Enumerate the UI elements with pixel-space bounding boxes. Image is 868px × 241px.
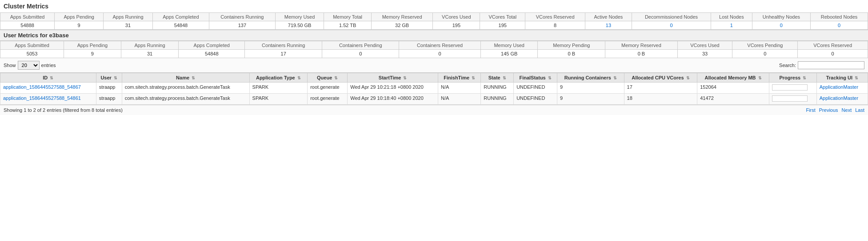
progress-bar	[772, 84, 808, 91]
user-metric-value: 33	[677, 50, 732, 58]
user-metric-value: 0 B	[605, 50, 677, 58]
user-metric-value: 17	[245, 50, 322, 58]
cell-queue: root.generate	[308, 83, 348, 94]
page-container: Cluster Metrics Apps SubmittedApps Pendi…	[0, 0, 868, 241]
cell-final_status: UNDEFINED	[514, 94, 557, 105]
first-page-link[interactable]: First	[806, 107, 815, 113]
cluster-metric-header: Memory Used	[275, 13, 324, 21]
sort-icon: ⇅	[192, 76, 195, 80]
link-id[interactable]: application_1586445527588_54861	[3, 95, 81, 101]
cluster-metric-header: Apps Completed	[152, 13, 209, 21]
col-header-allocated_cpu[interactable]: Allocated CPU VCores ⇅	[624, 73, 697, 83]
user-metric-header: Containers Running	[245, 41, 322, 50]
link-tracking_ui[interactable]: ApplicationMaster	[820, 95, 858, 101]
cell-progress	[769, 94, 816, 105]
col-header-final_status[interactable]: FinalStatus ⇅	[514, 73, 557, 83]
user-metric-value: 5053	[0, 50, 64, 58]
col-header-running_containers[interactable]: Running Containers ⇅	[557, 73, 624, 83]
cluster-metric-header: Apps Running	[104, 13, 153, 21]
cell-running_containers: 9	[557, 94, 624, 105]
applications-table: ID ⇅User ⇅Name ⇅Application Type ⇅Queue …	[0, 73, 868, 105]
cluster-metric-value: 0	[752, 21, 810, 30]
user-metric-header: VCores Used	[677, 41, 732, 50]
user-metric-value: 0 B	[538, 50, 605, 58]
sort-icon: ⇅	[686, 76, 690, 80]
cell-name: com.sitech.strategy.process.batch.Genera…	[122, 83, 249, 94]
show-label: Show	[4, 63, 16, 68]
user-metric-value: 0	[399, 50, 481, 58]
user-metric-header: Memory Pending	[538, 41, 605, 50]
next-page-link[interactable]: Next	[842, 107, 852, 113]
cell-running_containers: 9	[557, 83, 624, 94]
search-input[interactable]	[798, 61, 864, 69]
cluster-metric-value: 137	[209, 21, 276, 30]
cluster-metric-value: 13	[585, 21, 632, 30]
user-metric-header: VCores Reserved	[798, 41, 868, 50]
col-header-tracking_ui[interactable]: Tracking UI ⇅	[816, 73, 868, 83]
showing-text: Showing 1 to 2 of 2 entries (filtered fr…	[4, 107, 123, 113]
col-header-start_time[interactable]: StartTime ⇅	[348, 73, 438, 83]
col-header-application_type[interactable]: Application Type ⇅	[249, 73, 308, 83]
sort-icon: ⇅	[334, 76, 338, 80]
col-header-state[interactable]: State ⇅	[481, 73, 514, 83]
col-header-allocated_memory[interactable]: Allocated Memory MB ⇅	[697, 73, 769, 83]
user-metrics-table: Apps SubmittedApps PendingApps RunningAp…	[0, 41, 868, 58]
entries-select[interactable]: 102050100	[18, 61, 40, 70]
cluster-metric-value: 0	[632, 21, 711, 30]
previous-page-link[interactable]: Previous	[819, 107, 838, 113]
cluster-metric-value: 195	[433, 21, 480, 30]
search-label: Search:	[779, 63, 796, 68]
cluster-metric-header: Apps Submitted	[0, 13, 55, 21]
user-metric-value: 0	[322, 50, 399, 58]
cluster-metric-header: Unhealthy Nodes	[752, 13, 810, 21]
cluster-metric-header: Decommissioned Nodes	[632, 13, 711, 21]
user-metric-header: Apps Submitted	[0, 41, 64, 50]
cluster-metric-value: 54848	[152, 21, 209, 30]
cluster-metric-header: Apps Pending	[55, 13, 104, 21]
link-id[interactable]: application_1586445527588_54867	[3, 84, 81, 90]
cluster-metric-value: 32 GB	[371, 21, 433, 30]
user-metric-header: Apps Completed	[179, 41, 245, 50]
cluster-metric-value: 0	[811, 21, 868, 30]
user-metric-value: 145 GB	[480, 50, 538, 58]
cell-state: RUNNING	[481, 94, 514, 105]
cell-allocated_memory: 41472	[697, 94, 769, 105]
table-row: application_1586445527588_54867straappco…	[0, 83, 868, 94]
cell-id: application_1586445527588_54867	[0, 83, 96, 94]
sort-icon: ⇅	[297, 76, 301, 80]
cell-application_type: SPARK	[249, 83, 308, 94]
cell-start_time: Wed Apr 29 10:18:40 +0800 2020	[348, 94, 438, 105]
sort-icon: ⇅	[548, 76, 552, 80]
sort-icon: ⇅	[503, 76, 506, 80]
cluster-metric-header: VCores Total	[480, 13, 525, 21]
footer-bar: Showing 1 to 2 of 2 entries (filtered fr…	[0, 105, 868, 115]
progress-bar	[772, 95, 808, 102]
user-metric-header: Apps Pending	[64, 41, 121, 50]
cell-state: RUNNING	[481, 83, 514, 94]
cluster-metric-value: 1	[711, 21, 752, 30]
last-page-link[interactable]: Last	[855, 107, 864, 113]
cluster-metric-value: 8	[525, 21, 585, 30]
cluster-metric-header: VCores Reserved	[525, 13, 585, 21]
col-header-finish_time[interactable]: FinishTime ⇅	[438, 73, 481, 83]
table-row: application_1586445527588_54861straappco…	[0, 94, 868, 105]
user-metric-value: 0	[798, 50, 868, 58]
cluster-metric-header: Containers Running	[209, 13, 276, 21]
col-header-name[interactable]: Name ⇅	[122, 73, 249, 83]
col-header-user[interactable]: User ⇅	[96, 73, 122, 83]
link-tracking_ui[interactable]: ApplicationMaster	[820, 84, 858, 90]
show-entries-right: Search:	[779, 61, 864, 69]
pagination: First Previous Next Last	[806, 107, 864, 113]
col-header-id[interactable]: ID ⇅	[0, 73, 96, 83]
cell-application_type: SPARK	[249, 94, 308, 105]
cell-allocated_cpu: 18	[624, 94, 697, 105]
col-header-progress[interactable]: Progress ⇅	[769, 73, 816, 83]
user-metric-header: Containers Pending	[322, 41, 399, 50]
cluster-metric-header: Active Nodes	[585, 13, 632, 21]
cell-allocated_memory: 152064	[697, 83, 769, 94]
cell-allocated_cpu: 17	[624, 83, 697, 94]
col-header-queue[interactable]: Queue ⇅	[308, 73, 348, 83]
cluster-metric-header: Memory Reserved	[371, 13, 433, 21]
user-metric-header: Memory Reserved	[605, 41, 677, 50]
user-metric-header: Memory Used	[480, 41, 538, 50]
